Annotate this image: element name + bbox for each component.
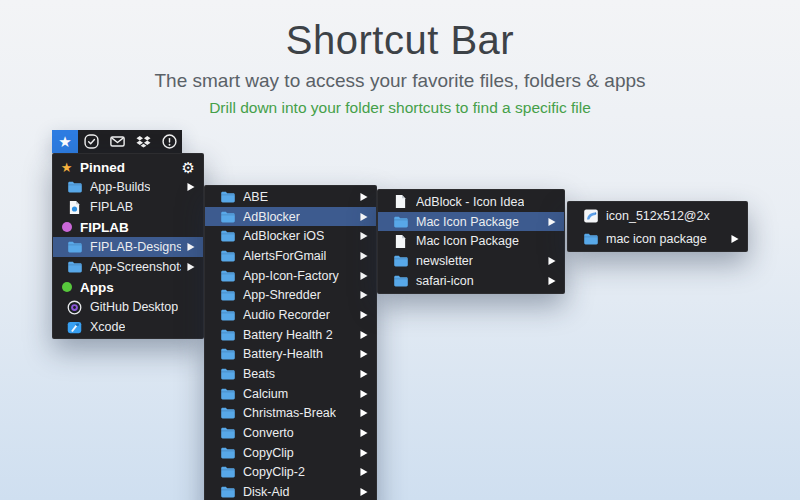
green-dot-icon: [59, 282, 74, 292]
menu-item-label: Apps: [80, 280, 114, 295]
menu-item-label: CopyClip-2: [243, 465, 305, 479]
folder-icon: [219, 446, 236, 460]
submenu-arrow-icon: [542, 217, 556, 227]
submenu-arrow-icon: [354, 408, 368, 418]
folder-icon: [219, 308, 236, 322]
folder-icon: [219, 406, 236, 420]
menu-item-github-desktop[interactable]: GitHub Desktop: [53, 297, 203, 317]
menu-item-xcode[interactable]: Xcode: [53, 317, 203, 337]
folder-icon: [219, 229, 236, 243]
menu-item-label: Mac Icon Package: [416, 215, 519, 229]
mac-icon-package-menu-panel: icon_512x512@2xmac icon package: [567, 201, 748, 252]
menu-item-beats[interactable]: Beats: [205, 364, 376, 384]
menu-item-copyclip-2[interactable]: CopyClip-2: [205, 463, 376, 483]
menu-item-fiplab[interactable]: FIPLAB: [53, 197, 203, 217]
menu-item-label: FIPLAB: [90, 200, 133, 214]
github-icon: [66, 300, 83, 315]
page-tagline: Drill down into your folder shortcuts to…: [0, 99, 800, 117]
menu-item-label: FIPLAB-Designs: [90, 240, 181, 254]
folder-icon: [219, 269, 236, 283]
page-header: Shortcut Bar The smart way to access you…: [0, 0, 800, 117]
menu-item-label: App-Shredder: [243, 288, 321, 302]
menu-item-mac-icon-package[interactable]: mac icon package: [568, 227, 747, 250]
menu-item-battery-health-2[interactable]: Battery Health 2: [205, 325, 376, 345]
menu-item-label: AdBlocker: [243, 210, 300, 224]
submenu-arrow-icon: [354, 448, 368, 458]
menu-item-fiplab-designs[interactable]: FIPLAB-Designs: [53, 237, 203, 257]
menu-item-newsletter[interactable]: newsletter: [378, 251, 564, 271]
submenu-arrow-icon: [354, 231, 368, 241]
menu-item-christmas-break[interactable]: Christmas-Break: [205, 404, 376, 424]
menu-item-app-icon-factory[interactable]: App-Icon-Factory: [205, 266, 376, 286]
menu-item-alertsforgmail[interactable]: AlertsForGmail: [205, 246, 376, 266]
menu-item-label: GitHub Desktop: [90, 300, 178, 314]
file-logo-icon: [66, 200, 83, 215]
mail-icon: [109, 133, 126, 150]
menu-item-label: App-Screenshots: [90, 260, 181, 274]
menu-item-audio-recorder[interactable]: Audio Recorder: [205, 305, 376, 325]
submenu-arrow-icon: [354, 487, 368, 497]
submenu-arrow-icon: [354, 349, 368, 359]
menu-item-converto[interactable]: Converto: [205, 423, 376, 443]
submenu-arrow-icon: [354, 192, 368, 202]
menu-item-label: Disk-Aid: [243, 485, 290, 499]
page-subtitle: The smart way to access your favorite fi…: [0, 70, 800, 92]
image-file-icon: [582, 208, 599, 224]
tasks-tab[interactable]: [78, 130, 104, 153]
menu-item-label: Beats: [243, 367, 275, 381]
menu-item-adblocker[interactable]: AdBlocker: [205, 207, 376, 227]
menu-item-mac-icon-package[interactable]: Mac Icon Package: [378, 212, 564, 232]
submenu-arrow-icon: [354, 271, 368, 281]
folder-icon: [66, 240, 83, 254]
submenu-arrow-icon: [354, 389, 368, 399]
menu-item-abe[interactable]: ABE: [205, 187, 376, 207]
page-title: Shortcut Bar: [0, 18, 800, 62]
menu-item-label: Xcode: [90, 320, 125, 334]
menu-item-safari-icon[interactable]: safari-icon: [378, 271, 564, 291]
menu-item-app-screenshots[interactable]: App-Screenshots: [53, 257, 203, 277]
menu-item-app-builds[interactable]: App-Builds: [53, 177, 203, 197]
dropbox-tab[interactable]: [130, 130, 156, 153]
folder-icon: [66, 260, 83, 274]
menu-item-label: FIPLAB: [80, 220, 129, 235]
menu-item-label: AdBlock - Icon Idea: [416, 195, 524, 209]
submenu-arrow-icon: [181, 242, 195, 252]
menu-item-label: icon_512x512@2x: [606, 209, 710, 223]
info-icon: [161, 133, 178, 150]
settings-gear-icon[interactable]: ⚙︎: [176, 160, 195, 175]
menu-item-adblock-icon-idea[interactable]: AdBlock - Icon Idea: [378, 192, 564, 212]
folder-icon: [392, 215, 409, 229]
folder-icon: [219, 465, 236, 479]
folder-icon: [219, 387, 236, 401]
folder-icon: [219, 210, 236, 224]
file-icon: [392, 194, 409, 209]
star-icon: ★: [58, 133, 71, 151]
folder-icon: [66, 180, 83, 194]
menu-item-label: AlertsForGmail: [243, 249, 326, 263]
menu-item-label: CopyClip: [243, 446, 294, 460]
menu-item-label: Christmas-Break: [243, 406, 336, 420]
folder-icon: [392, 274, 409, 288]
folder-icon: [219, 328, 236, 342]
dropbox-icon: [135, 134, 152, 149]
file-icon: [392, 234, 409, 249]
menu-item-battery-health[interactable]: Battery-Health: [205, 345, 376, 365]
submenu-arrow-icon: [181, 182, 195, 192]
about-tab[interactable]: [156, 130, 182, 153]
folder-icon: [582, 232, 599, 246]
submenu-arrow-icon: [354, 467, 368, 477]
favorites-tab[interactable]: ★: [52, 130, 78, 153]
menu-item-label: AdBlocker iOS: [243, 229, 324, 243]
menu-item-label: Audio Recorder: [243, 308, 330, 322]
submenu-arrow-icon: [181, 262, 195, 272]
menu-item-disk-aid[interactable]: Disk-Aid: [205, 482, 376, 500]
menu-item-calcium[interactable]: Calcium: [205, 384, 376, 404]
menu-item-copyclip[interactable]: CopyClip: [205, 443, 376, 463]
menu-item-app-shredder[interactable]: App-Shredder: [205, 285, 376, 305]
mail-tab[interactable]: [104, 130, 130, 153]
menu-item-mac-icon-package[interactable]: Mac Icon Package: [378, 231, 564, 251]
submenu-arrow-icon: [725, 234, 739, 244]
menu-item-icon-512x512-2x[interactable]: icon_512x512@2x: [568, 204, 747, 227]
menu-item-adblocker-ios[interactable]: AdBlocker iOS: [205, 226, 376, 246]
pinned-menu-panel: ★Pinned⚙︎App-BuildsFIPLABFIPLABFIPLAB-De…: [52, 153, 204, 339]
